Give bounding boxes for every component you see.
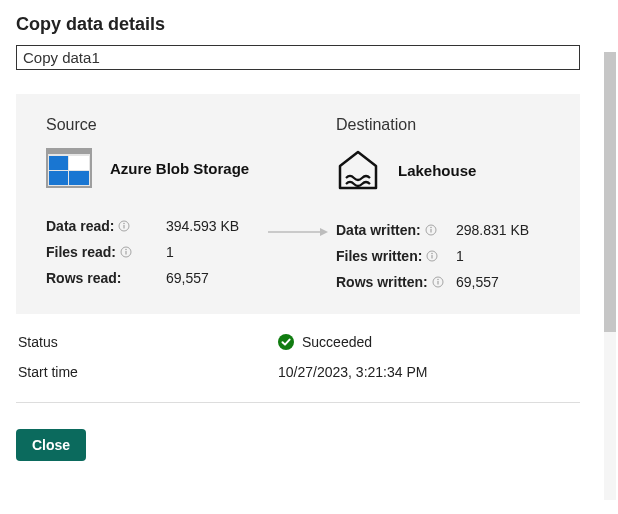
transfer-card: Source Azure Blob Storage [16, 94, 580, 314]
destination-heading: Destination [336, 116, 550, 134]
svg-point-23 [278, 334, 294, 350]
source-heading: Source [46, 116, 260, 134]
svg-rect-16 [430, 229, 431, 233]
svg-point-10 [125, 249, 127, 251]
files-written-value: 1 [456, 248, 550, 264]
files-written-label: Files written: [336, 248, 422, 264]
source-column: Source Azure Blob Storage [46, 116, 260, 286]
success-check-icon [278, 334, 294, 350]
start-time-value: 10/27/2023, 3:21:34 PM [278, 364, 578, 380]
data-read-label: Data read: [46, 218, 114, 234]
data-read-value: 394.593 KB [166, 218, 260, 234]
files-read-value: 1 [166, 244, 260, 260]
rows-written-value: 69,557 [456, 274, 550, 290]
svg-rect-22 [437, 281, 438, 285]
svg-point-21 [437, 279, 439, 281]
svg-point-18 [432, 253, 434, 255]
destination-column: Destination Lakehouse Data written: [336, 116, 550, 290]
data-written-label: Data written: [336, 222, 421, 238]
data-written-value: 298.831 KB [456, 222, 550, 238]
files-read-label: Files read: [46, 244, 116, 260]
status-label: Status [18, 334, 278, 350]
info-icon [118, 220, 130, 232]
scrollbar-thumb[interactable] [604, 52, 616, 332]
dialog-title: Copy data details [16, 14, 580, 35]
lakehouse-icon [336, 148, 380, 192]
svg-point-7 [124, 223, 126, 225]
svg-rect-3 [69, 156, 89, 170]
svg-rect-11 [125, 251, 126, 255]
activity-name-input[interactable] [16, 45, 580, 70]
svg-rect-8 [124, 225, 125, 229]
copy-data-details-dialog: Copy data details Source [0, 0, 600, 514]
destination-label: Lakehouse [398, 162, 476, 179]
svg-rect-5 [69, 171, 89, 185]
meta-section: Status Succeeded Start time 10/27/2023, … [16, 334, 580, 380]
info-icon [120, 246, 132, 258]
rows-read-value: 69,557 [166, 270, 260, 286]
info-icon [425, 224, 437, 236]
status-value: Succeeded [302, 334, 372, 350]
rows-read-label: Rows read: [46, 270, 121, 286]
source-label: Azure Blob Storage [110, 160, 249, 177]
svg-rect-2 [49, 156, 68, 170]
divider [16, 402, 580, 403]
azure-blob-storage-icon [46, 148, 92, 188]
svg-point-15 [430, 227, 432, 229]
svg-rect-19 [432, 255, 433, 259]
arrow-right-icon [268, 224, 328, 236]
svg-marker-13 [320, 228, 328, 236]
info-icon [432, 276, 444, 288]
info-icon [426, 250, 438, 262]
vertical-scrollbar[interactable] [604, 52, 616, 500]
start-time-label: Start time [18, 364, 278, 380]
close-button[interactable]: Close [16, 429, 86, 461]
rows-written-label: Rows written: [336, 274, 428, 290]
svg-rect-4 [49, 171, 68, 185]
